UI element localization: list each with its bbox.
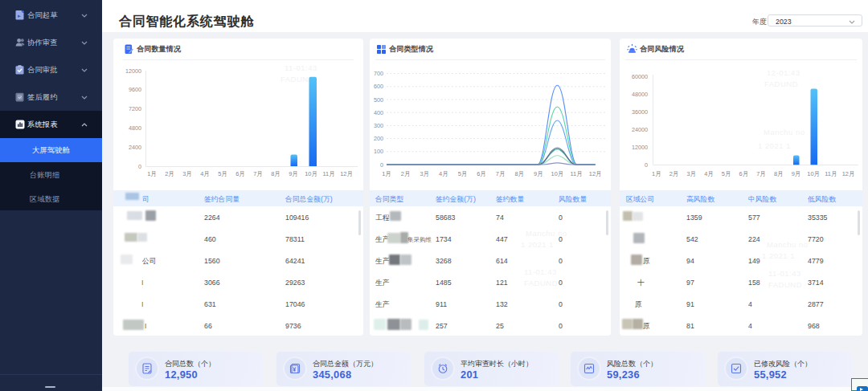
svg-text:8月: 8月 [774, 170, 784, 177]
svg-text:2月: 2月 [165, 170, 174, 177]
svg-text:7月: 7月 [253, 170, 263, 177]
svg-text:5月: 5月 [722, 170, 731, 177]
svg-text:5月: 5月 [218, 170, 227, 177]
svg-text:8月: 8月 [271, 170, 280, 177]
svg-text:500: 500 [374, 96, 383, 104]
svg-text:2月: 2月 [401, 170, 411, 177]
svg-text:9600: 9600 [129, 86, 141, 93]
svg-text:12月: 12月 [340, 170, 353, 177]
svg-text:0: 0 [380, 161, 383, 169]
svg-text:0: 0 [138, 163, 141, 170]
svg-text:11月: 11月 [825, 170, 837, 177]
svg-text:400: 400 [374, 109, 383, 116]
svg-text:10月: 10月 [551, 170, 564, 177]
svg-text:3月: 3月 [420, 170, 429, 177]
svg-text:200: 200 [374, 135, 383, 142]
svg-text:24000: 24000 [632, 126, 648, 133]
svg-text:9月: 9月 [792, 170, 801, 177]
svg-text:1月: 1月 [652, 170, 661, 177]
svg-text:1月: 1月 [382, 170, 391, 177]
svg-text:12000: 12000 [632, 144, 648, 151]
svg-text:3月: 3月 [182, 170, 192, 177]
svg-text:36000: 36000 [632, 108, 648, 116]
svg-text:600: 600 [374, 83, 383, 90]
svg-text:48000: 48000 [632, 91, 648, 98]
svg-text:4800: 4800 [129, 124, 141, 132]
svg-text:1月: 1月 [147, 170, 157, 177]
svg-text:300: 300 [374, 122, 383, 129]
svg-text:60000: 60000 [632, 73, 648, 80]
svg-text:5月: 5月 [458, 170, 468, 177]
svg-text:0: 0 [645, 161, 648, 169]
svg-text:9月: 9月 [289, 170, 298, 177]
svg-text:10月: 10月 [305, 170, 317, 177]
svg-text:10月: 10月 [807, 170, 820, 177]
svg-text:100: 100 [374, 148, 383, 155]
svg-text:700: 700 [374, 70, 383, 77]
svg-text:2400: 2400 [129, 144, 141, 151]
svg-text:12000: 12000 [125, 67, 141, 75]
svg-text:4月: 4月 [200, 170, 210, 177]
svg-text:3月: 3月 [686, 170, 696, 177]
svg-text:12月: 12月 [589, 170, 602, 177]
svg-text:6月: 6月 [739, 170, 749, 177]
svg-text:12月: 12月 [842, 170, 855, 177]
svg-text:4月: 4月 [439, 170, 448, 177]
svg-text:7月: 7月 [496, 170, 506, 177]
svg-text:7月: 7月 [756, 170, 766, 177]
svg-text:6月: 6月 [235, 170, 245, 177]
svg-text:8月: 8月 [514, 170, 524, 177]
svg-text:9月: 9月 [534, 170, 543, 177]
svg-text:11月: 11月 [570, 170, 582, 177]
svg-text:6月: 6月 [477, 170, 486, 177]
svg-text:4月: 4月 [704, 170, 714, 177]
svg-text:7200: 7200 [129, 105, 141, 112]
svg-text:2月: 2月 [669, 170, 679, 177]
svg-text:11月: 11月 [322, 170, 334, 177]
